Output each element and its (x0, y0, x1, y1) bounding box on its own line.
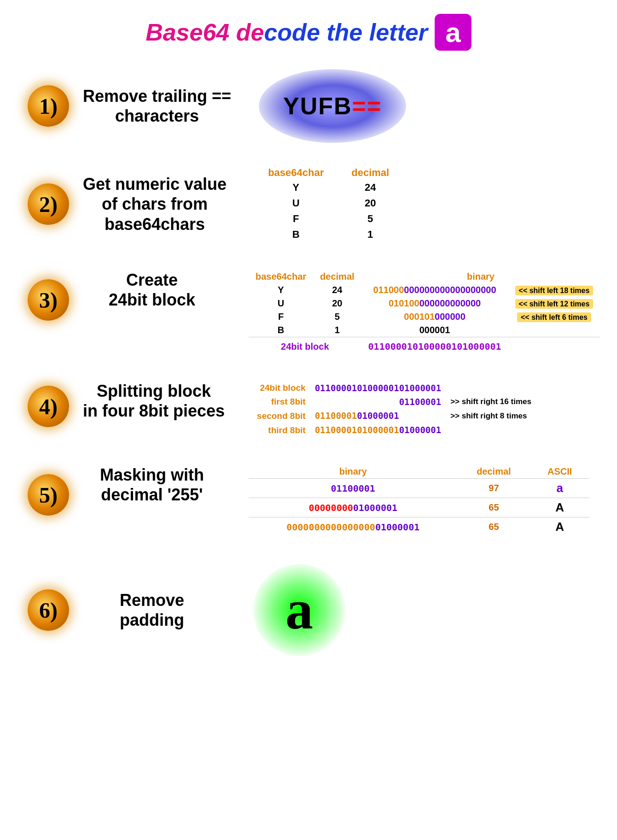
step-2-content: Get numeric valueof chars frombase64char… (83, 166, 589, 242)
s4-orange2: 1 (352, 411, 357, 421)
s5-purple: 01000001 (353, 502, 397, 513)
binary-purple: 000000000000 (419, 298, 481, 308)
s3-char: Y (249, 283, 313, 297)
s4-binary: 011000010100000101000001 (310, 423, 446, 437)
step-1-row: 1) Remove trailing ==characters YUFB== (28, 69, 589, 143)
step-3-row: 3) Create24bit block base64char decimal … (28, 265, 589, 353)
s2-char: Y (254, 180, 338, 195)
table-row: first 8bit 01100001 >> shift right 16 ti… (252, 395, 536, 409)
s3-decimal: 24 (313, 283, 361, 297)
step-6-badge: 6) (28, 589, 69, 631)
s5-purple: 01000001 (375, 522, 419, 533)
table-row: F5 (254, 211, 403, 227)
table-row: U 20 010100000000000000 << shift left 12… (249, 297, 600, 310)
step-5-label: Masking withdecimal '255' (83, 465, 221, 505)
s2-decimal: 24 (338, 180, 403, 195)
title-pink: Base64 de (146, 19, 264, 46)
s4-purple: 01000001 (399, 425, 442, 435)
s5-ascii: a (530, 479, 589, 498)
s2-char: B (254, 227, 338, 242)
s4-binary: 01100001 (310, 395, 446, 409)
step-6-letter: a (285, 578, 313, 642)
table-row: B 1 000001 (249, 323, 600, 337)
table-row: 0000000001000001 65 A (249, 498, 589, 517)
s4-purple: 01000001 (357, 411, 399, 421)
s3-header-char: base64char (249, 270, 313, 283)
s2-header-decimal: decimal (338, 166, 403, 180)
s5-decimal: 65 (458, 498, 530, 517)
step-6-visual: a (249, 559, 350, 661)
s5-header-ascii: ASCII (530, 465, 589, 479)
table-row: F 5 000101000000 << shift left 6 times (249, 310, 600, 323)
step-5-table: binary decimal ASCII 01100001 97 a (249, 465, 589, 536)
binary-purple: 000000000000000000 (404, 285, 496, 295)
step-1-badge: 1) (28, 85, 69, 127)
table-row: third 8bit 011000010100000101000001 (252, 423, 536, 437)
s3-binary: 011000000000000000000000 (361, 283, 508, 297)
table-row: Y24 (254, 180, 403, 195)
step-2-row: 2) Get numeric valueof chars frombase64c… (28, 166, 589, 242)
step-1-text: YUFB== (283, 92, 382, 120)
s2-decimal: 5 (338, 211, 403, 227)
step-6-content: Removepadding a (83, 559, 589, 661)
step-3-content: Create24bit block base64char decimal bin… (83, 270, 600, 353)
step-4-table: 24bit block 011000010100000101000001 fir… (252, 381, 536, 437)
step-3-label: Create24bit block (83, 270, 221, 310)
s5-binary: 000000000000000001000001 (249, 517, 458, 537)
binary-orange: 010100 (389, 298, 419, 308)
title-blue: code the letter (264, 19, 427, 46)
s4-label: 24bit block (252, 381, 310, 395)
s4-label: third 8bit (252, 423, 310, 437)
s3-decimal: 5 (313, 310, 361, 323)
step-1-visual: YUFB== (259, 69, 406, 143)
s4-shift (446, 381, 536, 395)
binary-orange: 011000 (373, 285, 404, 295)
table-row: 01100001 97 a (249, 479, 589, 498)
step-4-row: 4) Splitting blockin four 8bit pieces 24… (28, 376, 589, 437)
s5-decimal: 97 (458, 479, 530, 498)
shift-tag: << shift left 12 times (515, 299, 594, 309)
step-3-table: base64char decimal binary Y 24 011000000… (249, 270, 600, 353)
step-2-table: base64char decimal Y24 U20 F5 B1 (254, 166, 403, 242)
table-row: U20 (254, 195, 403, 211)
step1-black: YUFB (283, 93, 352, 119)
s4-binary: 0110000101000001 (310, 409, 446, 423)
s4-label: first 8bit (252, 395, 310, 409)
table-row: second 8bit 0110000101000001 >> shift ri… (252, 409, 536, 423)
s2-char: U (254, 195, 338, 211)
s4-shift: >> shift right 8 times (446, 409, 536, 423)
table-row: 000000000000000001000001 65 A (249, 517, 589, 537)
s5-binary: 0000000001000001 (249, 498, 458, 517)
step-3-area: base64char decimal binary Y 24 011000000… (249, 270, 600, 353)
s3-header-binary: binary (361, 270, 600, 283)
s3-binary: 000001 (361, 323, 508, 337)
step-1-label: Remove trailing ==characters (83, 86, 231, 126)
step-3-badge: 3) (28, 279, 69, 321)
s5-header-decimal: decimal (458, 465, 530, 479)
binary-black: 000001 (419, 325, 450, 335)
table-row: 24bit block 011000010100000101000001 (252, 381, 536, 395)
table-row: B1 (254, 227, 403, 242)
s4-shift: >> shift right 16 times (446, 395, 536, 409)
s2-char: F (254, 211, 338, 227)
s3-char: B (249, 323, 313, 337)
binary-purple: 000000 (435, 311, 466, 322)
s3-decimal: 20 (313, 297, 361, 310)
table-row: Y 24 011000000000000000000000 << shift l… (249, 283, 600, 297)
s4-orange: 0110000101000001 (315, 425, 399, 435)
shift-tag: << shift left 18 times (515, 286, 594, 295)
s3-binary: 010100000000000000 (361, 297, 508, 310)
page-container: Base64 decode the letter a 1) Remove tra… (0, 0, 617, 684)
s5-decimal: 65 (458, 517, 530, 537)
s5-ascii: A (530, 517, 589, 537)
s2-decimal: 1 (338, 227, 403, 242)
s3-decimal: 1 (313, 323, 361, 337)
step-4-badge: 4) (28, 386, 69, 427)
s3-char: U (249, 297, 313, 310)
s3-binary: 000101000000 (361, 310, 508, 323)
s3-footer-value: 011000010100000101000001 (361, 337, 508, 354)
s4-shift (446, 423, 536, 437)
table-row: 24bit block 011000010100000101000001 (249, 337, 600, 354)
shift-tag: << shift left 6 times (517, 312, 591, 322)
step-5-content: Masking withdecimal '255' binary decimal… (83, 465, 589, 536)
